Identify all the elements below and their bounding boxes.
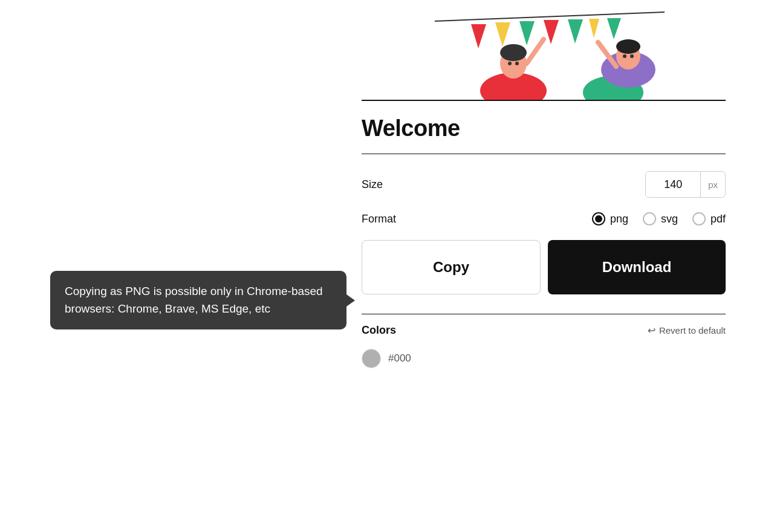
svg-marker-2 xyxy=(495,22,510,47)
illustration-svg xyxy=(374,3,713,100)
format-png-label: png xyxy=(610,213,628,225)
format-option-pdf[interactable]: pdf xyxy=(692,212,726,225)
svg-point-18 xyxy=(515,62,519,65)
svg-marker-7 xyxy=(607,18,621,39)
tooltip-arrow xyxy=(346,294,355,307)
format-pdf-label: pdf xyxy=(711,213,726,225)
color-swatch[interactable] xyxy=(362,349,381,368)
page-title: Welcome xyxy=(362,115,726,141)
tooltip-text: Copying as PNG is possible only in Chrom… xyxy=(65,285,323,315)
radio-pdf[interactable] xyxy=(692,212,706,225)
colors-label: Colors xyxy=(362,324,396,337)
format-option-svg[interactable]: svg xyxy=(643,212,678,225)
svg-point-17 xyxy=(508,62,512,65)
left-panel xyxy=(0,0,362,532)
color-item: #000 xyxy=(362,349,726,368)
revert-label: Revert to default xyxy=(659,325,726,336)
format-svg-label: svg xyxy=(661,213,678,225)
svg-marker-3 xyxy=(519,21,535,45)
size-row: Size px xyxy=(362,171,726,198)
radio-png-inner xyxy=(595,215,602,222)
download-button[interactable]: Download xyxy=(548,240,726,294)
revert-to-default-button[interactable]: ↩ Revert to default xyxy=(648,325,726,336)
size-unit: px xyxy=(700,172,725,197)
settings-section: Size px Format png xyxy=(362,154,726,368)
format-label: Format xyxy=(362,213,416,225)
radio-png[interactable] xyxy=(592,212,605,225)
svg-marker-4 xyxy=(544,20,559,44)
copy-button[interactable]: Copy xyxy=(362,240,541,294)
svg-point-19 xyxy=(623,54,626,58)
size-input[interactable] xyxy=(646,171,700,198)
svg-marker-5 xyxy=(568,19,583,44)
svg-point-10 xyxy=(500,44,527,61)
radio-svg[interactable] xyxy=(643,212,656,225)
svg-marker-1 xyxy=(471,24,486,48)
format-row: Format png svg xyxy=(362,212,726,225)
tooltip: Copying as PNG is possible only in Chrom… xyxy=(50,271,346,329)
title-section: Welcome xyxy=(362,101,726,154)
colors-section: Colors ↩ Revert to default #000 xyxy=(362,314,726,368)
colors-header: Colors ↩ Revert to default xyxy=(362,324,726,337)
format-option-png[interactable]: png xyxy=(592,212,628,225)
color-value: #000 xyxy=(388,352,411,365)
illustration-area xyxy=(362,0,726,100)
revert-icon: ↩ xyxy=(648,325,655,336)
svg-line-0 xyxy=(435,12,665,21)
right-panel: Welcome Size px Format xyxy=(362,0,726,532)
size-label: Size xyxy=(362,178,416,191)
format-options: png svg pdf xyxy=(592,212,726,225)
svg-line-11 xyxy=(527,39,544,63)
buttons-row: Copy Download xyxy=(362,240,726,294)
size-input-wrapper: px xyxy=(645,171,726,198)
svg-point-15 xyxy=(616,39,640,54)
page-container: Copying as PNG is possible only in Chrom… xyxy=(0,0,774,532)
svg-point-20 xyxy=(630,54,634,58)
svg-marker-6 xyxy=(589,19,599,38)
